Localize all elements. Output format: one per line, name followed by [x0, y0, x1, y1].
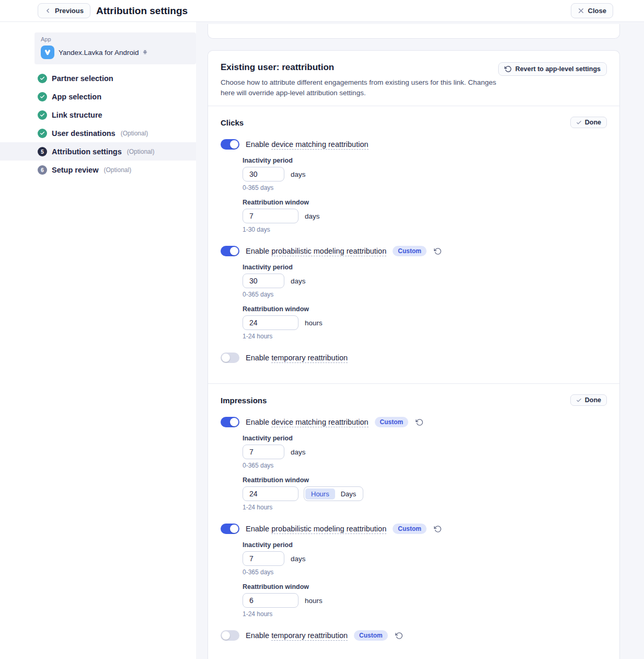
inactivity-period-input[interactable]	[243, 167, 284, 181]
probabilistic-tooltip-term[interactable]: probabilistic modeling reattribution	[271, 525, 386, 534]
impressions-probabilistic-fields: Inactivity period days 0-365 days Reattr…	[243, 541, 607, 618]
field-label: Inactivity period	[243, 435, 607, 442]
revert-to-app-level-button[interactable]: Revert to app-level settings	[498, 62, 607, 76]
chevron-left-icon	[44, 7, 51, 14]
probabilistic-tooltip-term[interactable]: probabilistic modeling reattribution	[271, 247, 386, 256]
inactivity-period-field: Inactivity period days 0-365 days	[243, 541, 607, 576]
field-label: Inactivity period	[243, 264, 607, 271]
main-content: Existing user: reattribution Choose how …	[196, 22, 644, 659]
step-label: Partner selection	[52, 74, 113, 83]
reattribution-window-input[interactable]	[243, 209, 298, 223]
custom-badge: Custom	[354, 630, 388, 641]
clicks-device-matching-row: Enable device matching reattribution	[221, 139, 607, 150]
toggle-label: Enable probabilistic modeling reattribut…	[246, 247, 386, 255]
step-label: Link structure	[52, 111, 102, 119]
range-hint: 1-24 hours	[243, 610, 607, 618]
range-hint: 0-365 days	[243, 184, 607, 191]
toggle-knob	[222, 354, 230, 362]
range-hint: 0-365 days	[243, 291, 607, 298]
done-button-label: Done	[585, 396, 601, 404]
section-title-impressions: Impressions	[221, 396, 267, 405]
sidebar-item-attribution-settings[interactable]: 5 Attribution settings (Optional)	[0, 142, 196, 161]
check-icon	[576, 397, 582, 403]
custom-badge: Custom	[393, 246, 427, 256]
toggle-label: Enable temporary reattribution	[246, 354, 348, 362]
unit-label: days	[291, 171, 306, 178]
top-bar: Previous Attribution settings Close	[0, 0, 644, 22]
impressions-device-matching-toggle[interactable]	[221, 417, 239, 427]
unit-label: hours	[305, 597, 323, 605]
clicks-device-matching-toggle[interactable]	[221, 139, 239, 150]
segment-days[interactable]: Days	[335, 488, 362, 499]
page-title: Attribution settings	[96, 5, 188, 17]
unit-label: days	[291, 448, 306, 456]
clicks-temporary-toggle[interactable]	[221, 353, 239, 363]
close-icon	[578, 7, 584, 14]
impressions-temporary-row: Enable temporary reattribution Custom	[221, 630, 607, 641]
previous-card-bottom	[208, 24, 620, 39]
step-done-check-icon	[38, 92, 47, 101]
clicks-probabilistic-fields: Inactivity period days 0-365 days Reattr…	[243, 264, 607, 340]
sidebar-item-setup-review[interactable]: 6 Setup review (Optional)	[0, 161, 196, 179]
unit-segmented-control: Hours Days	[304, 486, 363, 501]
step-label: User destinations	[52, 129, 116, 138]
row-revert-icon[interactable]	[434, 525, 442, 533]
row-revert-icon[interactable]	[434, 247, 442, 255]
previous-button-label: Previous	[55, 7, 84, 15]
custom-badge: Custom	[393, 524, 427, 534]
temporary-tooltip-term[interactable]: temporary reattribution	[271, 631, 348, 641]
row-revert-icon[interactable]	[395, 632, 403, 640]
app-name: Yandex.Lavka for Android	[59, 49, 148, 56]
inactivity-period-field: Inactivity period days 0-365 days	[243, 157, 607, 191]
field-label: Reattribution window	[243, 305, 607, 313]
reattribution-window-field: Reattribution window Hours Days 1-24 hou…	[243, 476, 607, 511]
field-label: Reattribution window	[243, 476, 607, 484]
unit-label: days	[305, 212, 320, 220]
previous-button[interactable]: Previous	[38, 3, 90, 18]
unit-label: days	[291, 277, 306, 285]
field-label: Inactivity period	[243, 157, 607, 164]
app-section-label: App	[41, 36, 190, 42]
toggle-knob	[230, 525, 238, 533]
step-optional-label: (Optional)	[104, 166, 131, 174]
inactivity-period-input[interactable]	[243, 445, 284, 459]
app-logo-icon	[41, 46, 54, 59]
toggle-knob	[230, 247, 238, 255]
step-list: Partner selection App selection Link str…	[0, 69, 196, 179]
step-number-badge: 5	[38, 147, 47, 156]
impressions-temporary-toggle[interactable]	[221, 630, 239, 641]
step-number-badge: 6	[38, 165, 47, 175]
inactivity-period-input[interactable]	[243, 551, 284, 566]
impressions-done-button[interactable]: Done	[570, 394, 607, 406]
range-hint: 0-365 days	[243, 569, 607, 576]
unit-label: hours	[305, 319, 323, 327]
sidebar-item-user-destinations[interactable]: User destinations (Optional)	[0, 124, 196, 142]
device-matching-tooltip-term[interactable]: device matching reattribution	[271, 418, 368, 427]
step-optional-label: (Optional)	[127, 148, 155, 155]
sidebar-item-app-selection[interactable]: App selection	[0, 87, 196, 106]
inactivity-period-field: Inactivity period days 0-365 days	[243, 264, 607, 298]
clicks-done-button[interactable]: Done	[570, 117, 607, 128]
close-button[interactable]: Close	[571, 3, 613, 18]
device-matching-tooltip-term[interactable]: device matching reattribution	[271, 140, 368, 150]
segment-hours[interactable]: Hours	[305, 488, 335, 499]
close-button-label: Close	[588, 7, 606, 15]
reattribution-window-input[interactable]	[243, 593, 298, 608]
toggle-label: Enable probabilistic modeling reattribut…	[246, 525, 386, 533]
temporary-tooltip-term[interactable]: temporary reattribution	[271, 354, 348, 363]
field-label: Reattribution window	[243, 199, 607, 206]
step-done-check-icon	[38, 110, 47, 120]
reattribution-window-input[interactable]	[243, 486, 298, 501]
toggle-label: Enable temporary reattribution	[246, 631, 348, 640]
toggle-label: Enable device matching reattribution	[246, 140, 369, 149]
revert-button-label: Revert to app-level settings	[515, 65, 601, 73]
sidebar-item-link-structure[interactable]: Link structure	[0, 106, 196, 124]
clicks-probabilistic-toggle[interactable]	[221, 246, 239, 256]
sidebar-item-partner-selection[interactable]: Partner selection	[0, 69, 196, 87]
impressions-probabilistic-toggle[interactable]	[221, 524, 239, 534]
row-revert-icon[interactable]	[416, 418, 423, 426]
toggle-label: Enable device matching reattribution	[246, 418, 369, 426]
app-panel: App Yandex.Lavka for Android	[34, 32, 196, 64]
inactivity-period-input[interactable]	[243, 274, 284, 288]
reattribution-window-input[interactable]	[243, 315, 298, 330]
